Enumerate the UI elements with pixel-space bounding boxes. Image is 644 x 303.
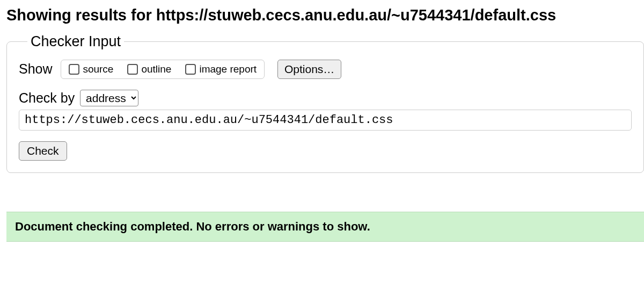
page-title: Showing results for https://stuweb.cecs.…: [6, 5, 644, 26]
checkby-label: Check by: [19, 90, 75, 105]
source-checkbox-label: source: [83, 63, 113, 75]
check-button[interactable]: Check: [19, 141, 67, 161]
image-report-checkbox-label: image report: [199, 63, 257, 75]
check-row: Check: [19, 141, 632, 161]
page-title-prefix: Showing results for: [6, 6, 156, 24]
url-input[interactable]: [19, 110, 632, 131]
show-row: Show source outline image report Options…: [19, 60, 632, 79]
checkby-row: Check by address: [19, 90, 632, 131]
page-title-url: https://stuweb.cecs.anu.edu.au/~u7544341…: [156, 6, 556, 24]
image-report-checkbox[interactable]: [185, 64, 196, 75]
outline-checkbox-item[interactable]: outline: [127, 63, 171, 75]
show-label: Show: [19, 61, 53, 76]
image-report-checkbox-item[interactable]: image report: [185, 63, 257, 75]
show-options-group: source outline image report: [61, 60, 265, 79]
outline-checkbox-label: outline: [141, 63, 171, 75]
source-checkbox-item[interactable]: source: [69, 63, 113, 75]
options-button[interactable]: Options…: [277, 60, 341, 79]
checker-input-legend: Checker Input: [27, 33, 124, 50]
checkby-select[interactable]: address: [80, 90, 138, 106]
outline-checkbox[interactable]: [127, 64, 138, 75]
success-message: Document checking completed. No errors o…: [6, 212, 644, 242]
source-checkbox[interactable]: [69, 64, 79, 75]
checker-input-fieldset: Checker Input Show source outline image …: [6, 33, 644, 173]
